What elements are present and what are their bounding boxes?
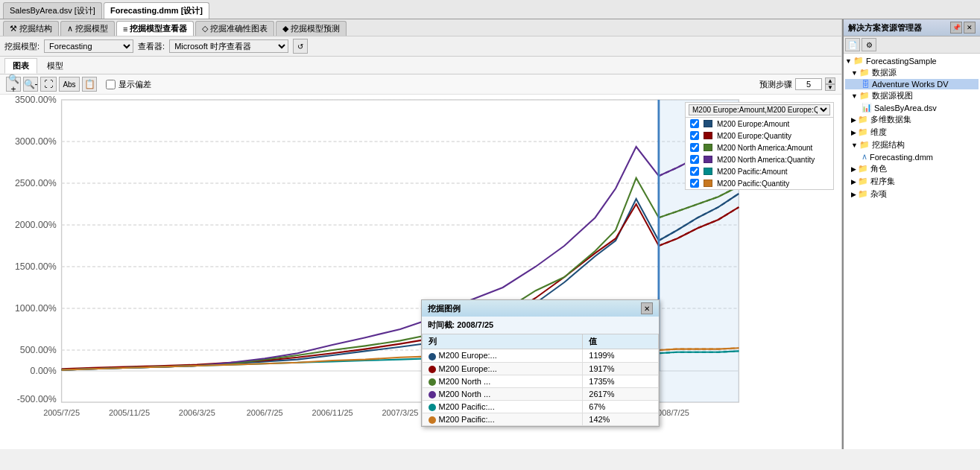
legend-color-4 [704,168,712,175]
tooltip-row-2: M200 North ...1735% [422,375,658,387]
tree-item-salesbyarea[interactable]: 📊 SalesByArea.dsv [845,102,979,113]
spin-up-button[interactable]: ▲ [825,77,835,84]
svg-text:3500.00%: 3500.00% [15,95,57,105]
zoom-in-button[interactable]: 🔍+ [6,77,21,92]
sub-tab-model[interactable]: 模型 [39,58,72,74]
spin-buttons: ▲ ▼ [825,77,835,91]
legend-check-3[interactable] [690,155,699,164]
legend-check-2[interactable] [690,143,699,152]
svg-text:2000.00%: 2000.00% [15,220,57,230]
folder-icon: 📁 [853,56,864,66]
tooltip-color-dot-0 [429,353,436,361]
folder-icon-roles: 📁 [858,164,868,174]
dsv-file-icon: 📊 [862,103,872,112]
panel-controls: 📌 ✕ [950,22,976,34]
legend-color-0 [704,120,712,127]
tab-mining-predict[interactable]: ◆ 挖掘模型预测 [276,21,347,36]
mining-tab-bar: ⚒ 挖掘结构 ∧ 挖掘模型 ≡ 挖掘模型查看器 ◇ 挖掘准确性图表 ◆ 挖掘模型… [0,19,841,36]
folder-icon-dimensions: 📁 [858,127,868,137]
tab-salesbyarea[interactable]: SalesByArea.dsv [设计] [3,2,102,19]
props-button[interactable]: ⚙ [862,38,876,51]
legend-check-4[interactable] [690,167,699,176]
svg-text:500.00%: 500.00% [20,345,57,355]
spin-down-button[interactable]: ▼ [825,84,835,91]
legend-color-5 [704,180,712,187]
tree-item-datasources[interactable]: ▼ 📁 数据源 [845,66,979,79]
viewer-select[interactable]: Microsoft 时序查看器 [169,39,288,53]
tab-forecasting[interactable]: Forecasting.dmm [设计] [104,2,209,19]
tree-item-forecasting-sample[interactable]: ▼ 📁 ForecastingSample [845,55,979,66]
new-button[interactable]: 📄 [845,38,860,51]
tooltip-title: 挖掘图例 [428,303,461,314]
tooltip-color-dot-2 [429,378,436,386]
tree-item-dataviews[interactable]: ▼ 📁 数据源视图 [845,89,979,102]
right-panel: 解决方案资源管理器 📌 ✕ 📄 ⚙ ▼ 📁 ForecastingSample … [842,19,980,449]
tab-mining-model[interactable]: ∧ 挖掘模型 [60,21,115,36]
folder-icon-cubes: 📁 [858,115,868,124]
right-toolbar: 📄 ⚙ [844,36,980,54]
chart-controls: 🔍+ 🔍- ⛶ Abs 📋 显示偏差 预测步骤 ▲ ▼ [0,74,841,95]
show-deviation-label[interactable]: 显示偏差 [106,79,151,90]
tab-mining-viewer[interactable]: ≡ 挖掘模型查看器 [116,21,194,36]
pick-structure-icon: ⚒ [10,24,17,34]
legend-check-5[interactable] [690,179,699,188]
copy-button[interactable]: 📋 [82,77,97,92]
legend-item-5: M200 Pacific:Quantity [686,177,833,189]
zoom-out-button[interactable]: 🔍- [23,77,38,92]
mining-model-icon: ∧ [67,24,73,34]
db-icon: 🗄 [862,80,870,89]
legend-item-0: M200 Europe:Amount [686,118,833,130]
folder-icon-mining: 📁 [859,140,870,150]
svg-text:2005/7/25: 2005/7/25 [43,408,80,417]
svg-text:2005/11/25: 2005/11/25 [109,408,150,417]
svg-text:2006/11/25: 2006/11/25 [312,408,353,417]
tree-item-assemblies[interactable]: ▶ 📁 程序集 [845,175,979,188]
refresh-button[interactable]: ↺ [293,39,308,54]
chart-area: 3500.00% 3000.00% 2500.00% 2000.00% 1500… [0,95,841,449]
tooltip-row-0: M200 Europe:...1199% [422,349,658,362]
show-deviation-checkbox[interactable] [106,80,116,89]
abs-button[interactable]: Abs [59,77,80,92]
tree-item-mining-structures[interactable]: ▼ 📁 挖掘结构 [845,139,979,151]
tooltip-row-5: M200 Pacific:...142% [422,413,658,425]
legend-item-3: M200 North America:Quantity [686,153,833,165]
tree-item-adventure-works[interactable]: 🗄 Adventure Works DV [845,79,979,89]
val-header: 值 [583,334,658,349]
legend-series-select[interactable]: M200 Europe:Amount,M200 Europe:Quan . . … [689,104,830,115]
solution-tree: ▼ 📁 ForecastingSample ▼ 📁 数据源 🗄 Adventur… [844,54,980,449]
tab-mining-accuracy[interactable]: ◇ 挖掘准确性图表 [195,21,274,36]
legend-color-3 [704,156,712,163]
svg-text:3000.00%: 3000.00% [15,136,57,147]
svg-text:2006/7/25: 2006/7/25 [247,408,283,417]
legend-dropdown[interactable]: M200 Europe:Amount,M200 Europe:Quan . . … [686,103,833,118]
panel-close-button[interactable]: ✕ [964,22,976,34]
panel-pin-button[interactable]: 📌 [950,22,962,34]
sub-tab-chart[interactable]: 图表 [4,58,37,74]
right-panel-header: 解决方案资源管理器 📌 ✕ [844,19,980,36]
legend-item-2: M200 North America:Amount [686,142,833,153]
predict-steps-input[interactable] [795,78,822,90]
zoom-fit-button[interactable]: ⛶ [40,77,57,92]
tooltip-popup: 挖掘图例 ✕ 时间截: 2008/7/25 列 值 M200 Europe [421,299,660,427]
tooltip-close-button[interactable]: ✕ [641,302,653,314]
tree-item-misc[interactable]: ▶ 📁 杂项 [845,188,979,200]
tooltip-row-3: M200 North ...2617% [422,387,658,400]
predict-icon: ◆ [282,24,288,34]
tree-item-cubes[interactable]: ▶ 📁 多维数据集 [845,113,979,126]
mining-model-select[interactable]: Forecasting [44,39,133,53]
tooltip-time: 时间截: 2008/7/25 [422,317,659,334]
legend-check-0[interactable] [690,119,699,128]
svg-text:0.00%: 0.00% [31,366,57,376]
zoom-controls: 🔍+ 🔍- ⛶ Abs 📋 [6,77,97,92]
tab-mining-structure[interactable]: ⚒ 挖掘结构 [3,21,59,36]
tree-item-dimensions[interactable]: ▶ 📁 维度 [845,126,979,139]
legend-check-1[interactable] [690,131,699,140]
predict-steps-control: 预测步骤 ▲ ▼ [759,77,835,91]
svg-text:2500.00%: 2500.00% [15,178,57,188]
legend-item-1: M200 Europe:Quantity [686,130,833,142]
tooltip-header: 挖掘图例 ✕ [422,300,659,317]
tree-item-forecasting-dmm[interactable]: ∧ Forecasting.dmm [845,151,979,162]
svg-text:1000.00%: 1000.00% [15,303,57,314]
tree-item-roles[interactable]: ▶ 📁 角色 [845,162,979,175]
folder-icon-misc: 📁 [858,189,868,199]
